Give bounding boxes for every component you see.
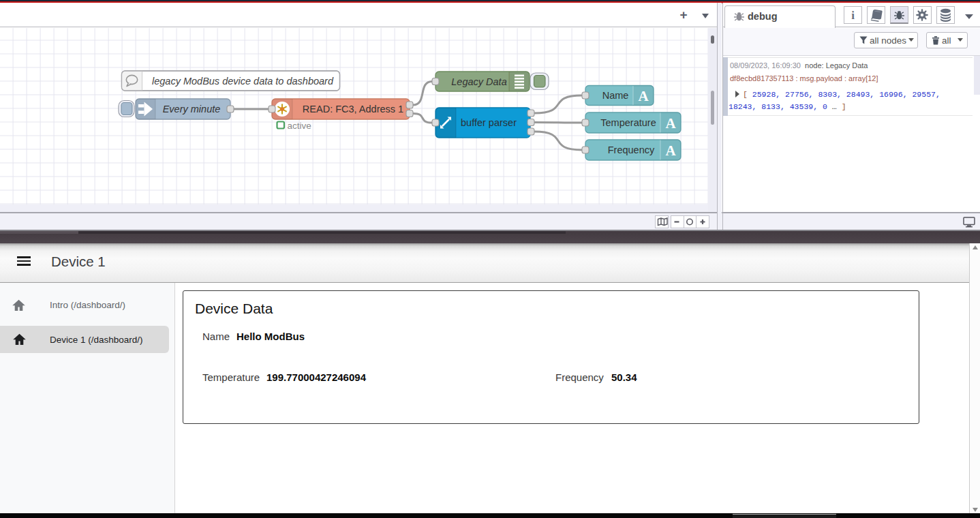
svg-text:Frequency: Frequency xyxy=(608,144,655,155)
svg-text:legacy ModBus device data to d: legacy ModBus device data to dashboard xyxy=(152,76,334,87)
svg-text:Legacy Data: Legacy Data xyxy=(451,76,506,87)
svg-text:A: A xyxy=(638,88,649,104)
svg-text:Temperature: Temperature xyxy=(600,117,656,128)
svg-text:READ: FC3, Address 1: READ: FC3, Address 1 xyxy=(303,104,403,115)
svg-text:A: A xyxy=(665,142,676,159)
svg-text:active: active xyxy=(288,121,311,131)
svg-text:Name: Name xyxy=(602,90,629,101)
svg-text:Every minute: Every minute xyxy=(163,104,221,115)
svg-text:buffer parser: buffer parser xyxy=(461,117,517,128)
svg-text:A: A xyxy=(665,115,676,132)
